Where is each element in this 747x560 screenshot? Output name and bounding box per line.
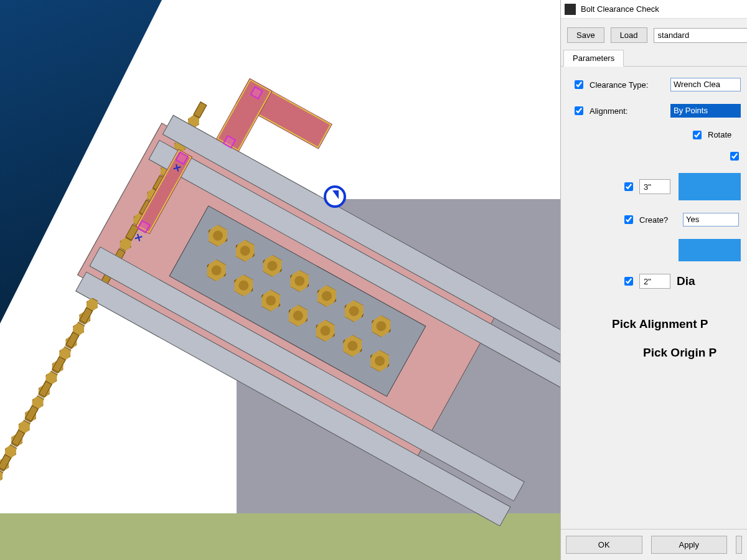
diameter-label: Dia: [677, 274, 695, 288]
clearance-type-label: Clearance Type:: [590, 80, 664, 90]
load-button[interactable]: Load: [611, 27, 647, 43]
picked-point-cursor: [324, 185, 346, 208]
rotate-label: Rotate: [708, 130, 731, 139]
ground-plane: [0, 513, 560, 560]
create-combo[interactable]: Yes: [683, 213, 739, 226]
parameters-panel: Clearance Type: Wrench Clea Alignment: B…: [561, 66, 747, 529]
alignment-combo[interactable]: By Points: [670, 104, 741, 118]
dim2-checkbox[interactable]: [624, 277, 633, 286]
color-swatch[interactable]: [679, 239, 741, 261]
clearance-type-checkbox[interactable]: [575, 80, 583, 89]
pick-origin-prompt[interactable]: Pick Origin P: [575, 346, 741, 360]
dim1-checkbox[interactable]: [624, 182, 633, 191]
model-viewport[interactable]: × ×: [0, 0, 560, 560]
dialog-footer: OK Apply: [561, 529, 747, 560]
create-checkbox[interactable]: [624, 215, 633, 224]
dim1-input[interactable]: [639, 179, 670, 194]
more-button[interactable]: [736, 536, 742, 554]
bolt-clearance-dialog: Bolt Clearance Check Save Load Parameter…: [560, 0, 747, 560]
create-label: Create?: [639, 215, 677, 225]
clearance-type-combo[interactable]: Wrench Clea: [670, 78, 741, 91]
rotate-checkbox[interactable]: [693, 131, 702, 139]
app-icon: [565, 4, 576, 15]
ok-button[interactable]: OK: [566, 536, 642, 554]
apply-button[interactable]: Apply: [651, 536, 728, 554]
color-swatch[interactable]: [679, 173, 741, 200]
pick-alignment-prompt[interactable]: Pick Alignment P: [575, 317, 741, 331]
tab-parameters[interactable]: Parameters: [563, 50, 624, 67]
dialog-titlebar[interactable]: Bolt Clearance Check: [561, 0, 747, 19]
sub-option-checkbox[interactable]: [730, 152, 739, 161]
dialog-title: Bolt Clearance Check: [581, 4, 659, 14]
dim2-input[interactable]: [639, 274, 670, 289]
alignment-checkbox[interactable]: [575, 106, 583, 115]
alignment-label: Alignment:: [590, 106, 664, 116]
preset-name-input[interactable]: [654, 28, 747, 43]
tab-strip: Parameters: [561, 49, 747, 66]
save-button[interactable]: Save: [567, 27, 604, 43]
preset-toolbar: Save Load: [561, 19, 747, 49]
